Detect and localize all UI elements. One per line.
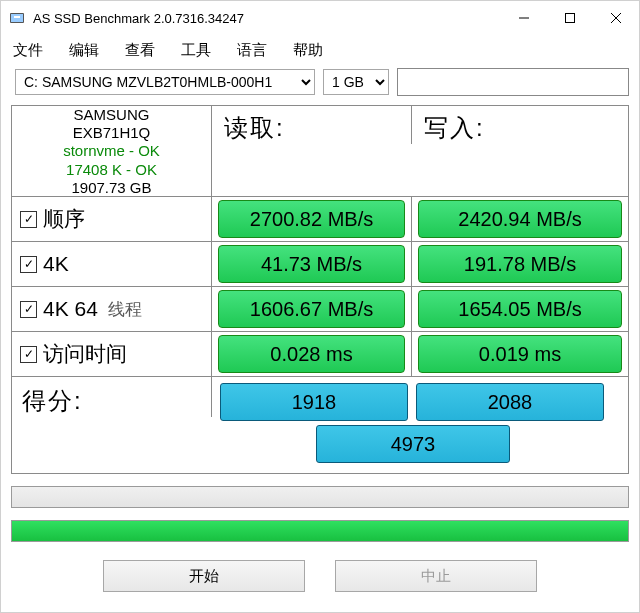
- drive-info: SAMSUNG EXB71H1Q stornvme - OK 17408 K -…: [12, 106, 212, 196]
- checkbox-seq[interactable]: [20, 211, 37, 228]
- row-seq: 顺序 2700.82 MB/s 2420.94 MB/s: [12, 197, 628, 242]
- score-label: 得分:: [12, 377, 212, 417]
- align-status: 17408 K - OK: [66, 161, 157, 178]
- drive-firmware: EXB71H1Q: [73, 124, 151, 141]
- header-row: SAMSUNG EXB71H1Q stornvme - OK 17408 K -…: [12, 106, 628, 197]
- menu-edit[interactable]: 编辑: [69, 41, 99, 60]
- minimize-icon: [519, 13, 529, 23]
- score-read: 1918: [220, 383, 408, 421]
- test-access-cell: 访问时间: [12, 332, 212, 376]
- checkbox-4k64[interactable]: [20, 301, 37, 318]
- acc-read: 0.028 ms: [218, 335, 405, 373]
- k4-write: 191.78 MB/s: [418, 245, 622, 283]
- checkbox-4k[interactable]: [20, 256, 37, 273]
- results-table: SAMSUNG EXB71H1Q stornvme - OK 17408 K -…: [11, 105, 629, 474]
- title-bar: AS SSD Benchmark 2.0.7316.34247: [1, 1, 639, 35]
- svg-rect-2: [14, 16, 20, 18]
- progress-overall: [11, 520, 629, 542]
- svg-rect-4: [566, 14, 575, 23]
- row-4k: 4K 41.73 MB/s 191.78 MB/s: [12, 242, 628, 287]
- menu-view[interactable]: 查看: [125, 41, 155, 60]
- menu-help[interactable]: 帮助: [293, 41, 323, 60]
- minimize-button[interactable]: [501, 1, 547, 35]
- toolbar-field[interactable]: [397, 68, 629, 96]
- test-4k-label: 4K: [43, 252, 69, 276]
- progress-current: [11, 486, 629, 508]
- k4_64-write: 1654.05 MB/s: [418, 290, 622, 328]
- column-header-read: 读取:: [212, 106, 412, 144]
- test-4k64-cell: 4K 64 线程: [12, 287, 212, 331]
- button-row: 开始 中止: [1, 560, 639, 592]
- row-4k64: 4K 64 线程 1606.67 MB/s 1654.05 MB/s: [12, 287, 628, 332]
- seq-read: 2700.82 MB/s: [218, 200, 405, 238]
- drive-select[interactable]: C: SAMSUNG MZVLB2T0HMLB-000H1: [15, 69, 315, 95]
- start-button[interactable]: 开始: [103, 560, 305, 592]
- seq-write: 2420.94 MB/s: [418, 200, 622, 238]
- test-seq-label: 顺序: [43, 205, 85, 233]
- test-4k64-threads: 线程: [108, 298, 142, 321]
- test-4k-cell: 4K: [12, 242, 212, 286]
- size-select[interactable]: 1 GB: [323, 69, 389, 95]
- test-seq-cell: 顺序: [12, 197, 212, 241]
- menu-tools[interactable]: 工具: [181, 41, 211, 60]
- drive-model: SAMSUNG: [74, 106, 150, 123]
- column-header-write: 写入:: [412, 106, 628, 144]
- maximize-button[interactable]: [547, 1, 593, 35]
- drive-capacity: 1907.73 GB: [71, 179, 151, 196]
- menu-bar: 文件 编辑 查看 工具 语言 帮助: [1, 35, 639, 65]
- window-title: AS SSD Benchmark 2.0.7316.34247: [33, 11, 501, 26]
- stop-button[interactable]: 中止: [335, 560, 537, 592]
- acc-write: 0.019 ms: [418, 335, 622, 373]
- app-window: AS SSD Benchmark 2.0.7316.34247 文件 编辑 查看…: [0, 0, 640, 613]
- score-write: 2088: [416, 383, 604, 421]
- menu-language[interactable]: 语言: [237, 41, 267, 60]
- driver-status: stornvme - OK: [63, 142, 160, 159]
- k4-read: 41.73 MB/s: [218, 245, 405, 283]
- k4_64-read: 1606.67 MB/s: [218, 290, 405, 328]
- score-total: 4973: [316, 425, 510, 463]
- score-area: 1918 2088 4973: [212, 377, 628, 473]
- test-4k64-label: 4K 64: [43, 297, 98, 321]
- close-button[interactable]: [593, 1, 639, 35]
- checkbox-access[interactable]: [20, 346, 37, 363]
- toolbar: C: SAMSUNG MZVLB2T0HMLB-000H1 1 GB: [1, 65, 639, 99]
- test-access-label: 访问时间: [43, 340, 127, 368]
- row-score: 得分: 1918 2088 4973: [12, 377, 628, 473]
- menu-file[interactable]: 文件: [13, 41, 43, 60]
- row-access: 访问时间 0.028 ms 0.019 ms: [12, 332, 628, 377]
- maximize-icon: [565, 13, 575, 23]
- close-icon: [611, 13, 621, 23]
- app-icon: [9, 10, 25, 26]
